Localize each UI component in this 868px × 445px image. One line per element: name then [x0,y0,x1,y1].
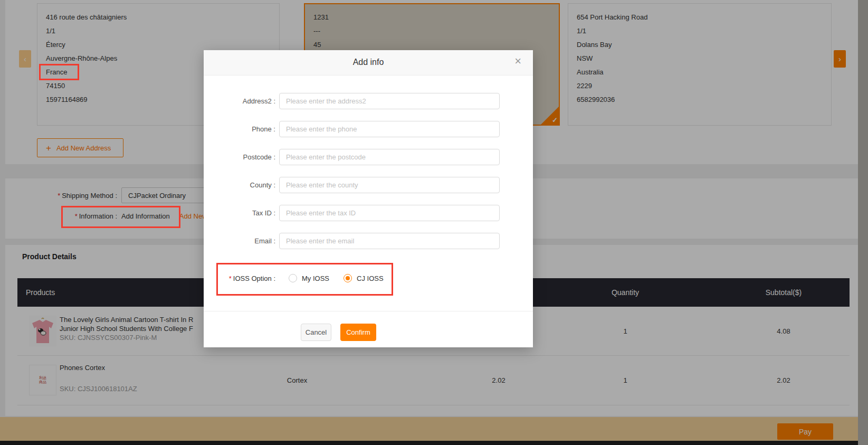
required-asterisk: * [229,274,232,282]
email-field[interactable] [279,233,500,249]
email-label: Email : [204,237,275,245]
modal-header: Add info × [204,50,533,75]
county-label: County : [204,181,275,189]
close-icon[interactable]: × [514,55,521,67]
cj-ioss-label: CJ IOSS [357,274,384,282]
postcode-label: Postcode : [204,153,275,161]
add-info-modal: Add info × Address2 : Phone : Postcode :… [204,50,533,347]
confirm-button[interactable]: Confirm [340,324,376,341]
cj-ioss-radio[interactable] [344,274,352,282]
county-field[interactable] [279,177,500,193]
address2-field[interactable] [279,93,500,109]
cancel-button[interactable]: Cancel [301,324,331,341]
phone-label: Phone : [204,125,275,133]
my-ioss-radio[interactable] [289,274,297,282]
checkout-page: 416 route des châtaigniers 1/1 Étercy Au… [0,0,868,445]
address2-label: Address2 : [204,97,275,105]
my-ioss-label: My IOSS [302,274,329,282]
taxid-label: Tax ID : [204,209,275,217]
phone-field[interactable] [279,121,500,137]
taxid-field[interactable] [279,205,500,221]
modal-title: Add info [204,58,533,67]
modal-footer-divider [204,311,533,311]
ioss-option-label: *IOSS Option : [204,274,275,282]
postcode-field[interactable] [279,149,500,165]
